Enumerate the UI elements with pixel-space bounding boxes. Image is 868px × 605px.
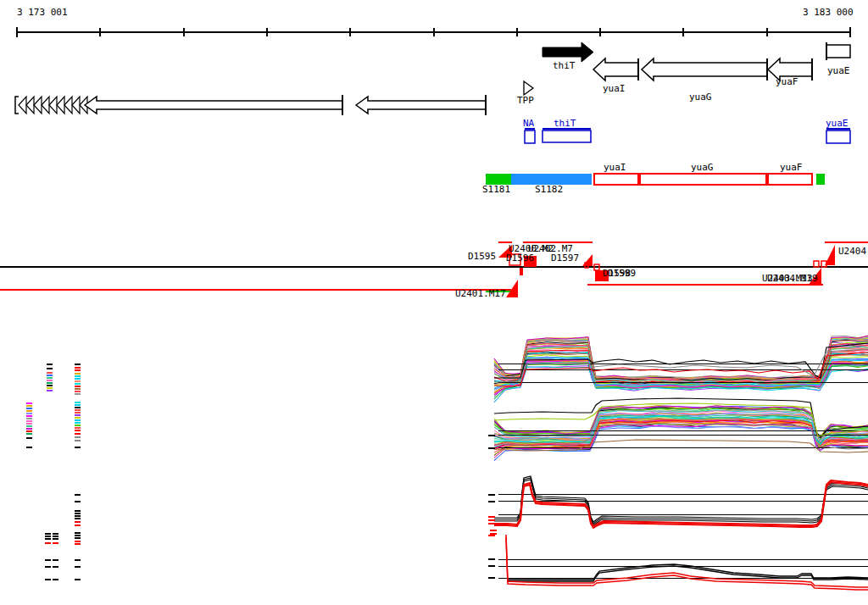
condition-tick (75, 391, 81, 392)
shift-glyph-triangle (582, 254, 593, 266)
gene-arrow-yuaE[interactable] (826, 45, 850, 58)
condition-tick (26, 423, 32, 425)
condition-tick (26, 447, 32, 448)
gene-link-box-NA[interactable] (525, 130, 535, 143)
tpp-riboswitch-icon (524, 81, 533, 95)
profile-summary-band-d (506, 537, 868, 590)
condition-tick (45, 533, 51, 535)
condition-tick (26, 428, 32, 430)
condition-tick (75, 579, 81, 580)
profile-summary-band-c (494, 476, 868, 522)
condition-tick (47, 368, 53, 369)
gene-arrow-yuaI[interactable] (593, 58, 638, 80)
condition-tick (53, 538, 58, 540)
condition-tick (47, 387, 53, 389)
condition-tick (75, 383, 81, 385)
gene-arrow-yuaG[interactable] (642, 58, 767, 80)
condition-tick (26, 433, 32, 435)
condition-tick (75, 535, 81, 536)
condition-tick (75, 388, 81, 390)
condition-tick (75, 510, 81, 512)
shift-label-D1597: D1597 (551, 253, 579, 263)
operon-arrow[interactable] (85, 97, 342, 114)
gene-link-NA[interactable]: NA (523, 119, 534, 128)
condition-tick (75, 515, 81, 517)
gene-label-yuaG: yuaG (689, 92, 712, 102)
condition-tick (75, 425, 81, 426)
condition-tick (47, 382, 53, 384)
condition-tick (75, 407, 81, 408)
operon-chevron (42, 97, 49, 114)
condition-tick (75, 414, 81, 416)
gene-arrow-thiT[interactable] (542, 42, 593, 62)
condition-tick (75, 369, 81, 371)
condition-tick (75, 409, 81, 411)
gene-link-box-thiT[interactable] (542, 130, 591, 142)
shift-glyph-box (520, 268, 523, 275)
shift-label-U2404-M4: U2404.M4 (838, 247, 868, 256)
condition-tick (47, 390, 53, 391)
segment-green[interactable] (816, 174, 825, 185)
genome-browser-canvas: 3 173 001 3 183 000 thiT TPP yuaI yuaG y… (0, 0, 868, 605)
gene-link-thiT[interactable]: thiT (554, 119, 576, 128)
segment-box-yuaF[interactable] (768, 174, 812, 185)
shift-glyph-outline (814, 261, 819, 267)
gene-label-thiT: thiT (553, 61, 576, 70)
condition-tick (26, 430, 32, 432)
condition-tick (75, 427, 81, 429)
plot-edge-tick (490, 533, 497, 535)
condition-tick (45, 559, 51, 561)
condition-tick (75, 543, 81, 545)
condition-tick (53, 533, 58, 535)
condition-tick (45, 536, 51, 537)
plot-edge-tick (490, 530, 497, 531)
condition-tick (75, 402, 81, 403)
condition-tick (47, 380, 53, 381)
shift-label-U2404-M19: U2404.M19 (767, 274, 818, 283)
condition-tick (75, 412, 81, 414)
condition-tick (45, 579, 51, 580)
segment-label-S1181: S1181 (482, 185, 510, 194)
plot-edge-tick (488, 501, 495, 502)
condition-tick (47, 375, 53, 376)
condition-tick (26, 405, 32, 407)
gene-label-yuaI: yuaI (603, 84, 626, 93)
gene-label-yuaE: yuaE (827, 66, 850, 75)
gene-link-yuaE[interactable]: yuaE (826, 119, 849, 128)
plot-edge-tick (488, 516, 495, 518)
plot-edge-tick (488, 447, 495, 449)
condition-tick (75, 375, 81, 377)
condition-tick (53, 566, 58, 568)
ruler-start-coordinate: 3 173 001 (17, 8, 68, 17)
shift-label-D1595: D1595 (468, 252, 496, 261)
browser-graphics (0, 0, 868, 605)
operon-chevron (72, 97, 80, 114)
condition-tick (75, 501, 81, 502)
condition-tick (53, 579, 58, 580)
condition-tick (53, 536, 58, 537)
condition-tick (75, 440, 81, 441)
operon-chevron (49, 97, 57, 114)
operon-chevron (19, 97, 26, 114)
plot-edge-tick (488, 435, 495, 436)
operon-arrow[interactable] (356, 97, 486, 114)
condition-tick (47, 377, 53, 379)
segment-label-yuaF: yuaF (780, 163, 803, 172)
plot-edge-tick (488, 565, 495, 567)
condition-tick (75, 380, 81, 382)
condition-tick (75, 393, 81, 395)
segment-box-yuaI[interactable] (594, 174, 638, 185)
shift-label-D1599: D1599 (608, 269, 636, 278)
condition-tick (75, 404, 81, 406)
condition-tick (75, 364, 81, 365)
condition-tick (75, 518, 81, 519)
condition-tick (26, 415, 32, 417)
condition-tick (47, 364, 53, 365)
operon-chevron (57, 97, 64, 114)
gene-link-box-yuaE[interactable] (826, 130, 850, 143)
condition-tick (75, 537, 81, 539)
condition-tick (75, 494, 81, 496)
profile-summary-band-d (508, 564, 868, 580)
condition-tick (26, 402, 32, 404)
segment-box-yuaG[interactable] (640, 174, 766, 185)
